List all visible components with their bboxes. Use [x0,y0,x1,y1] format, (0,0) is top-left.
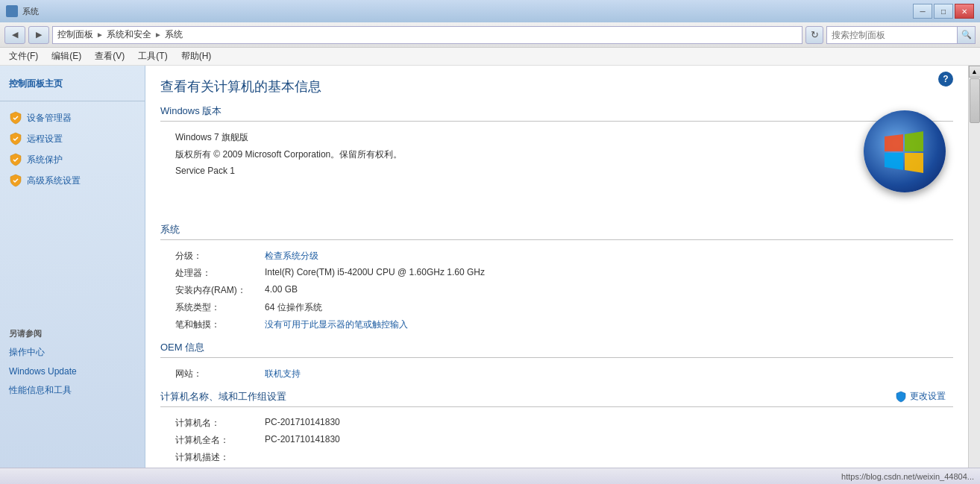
system-row-3: 系统类型： 64 位操作系统 [175,299,953,316]
sidebar-label-action-center: 操作中心 [9,346,45,359]
computer-value-0: PC-201710141830 [265,417,953,427]
system-row-1: 处理器： Intel(R) Core(TM) i5-4200U CPU @ 1.… [175,265,953,282]
scroll-track[interactable] [969,78,980,472]
app-icon [6,5,18,17]
computer-label-1: 计算机全名： [175,434,265,447]
service-pack-value: Service Pack 1 [175,166,953,176]
system-row-0: 分级： 检查系统分级 [175,248,953,265]
shield-settings-icon [895,391,907,403]
shield-icon-2 [9,132,22,145]
system-value-2: 4.00 GB [265,284,953,295]
titlebar-title: 系统 [22,6,39,17]
sidebar-label-system-protection: 系统保护 [27,154,63,166]
sidebar-label-windows-update: Windows Update [9,366,77,377]
system-value-4[interactable]: 没有可用于此显示器的笔或触控输入 [265,318,953,331]
windows-edition-row: Windows 7 旗舰版 [175,129,953,146]
forward-button[interactable]: ▶ [28,26,49,44]
system-value-0[interactable]: 检查系统分级 [265,250,953,263]
refresh-button[interactable]: ↻ [805,26,823,44]
computer-row-2: 计算机描述： [175,449,953,466]
system-label-2: 安装内存(RAM)： [175,284,265,297]
titlebar-left: 系统 [6,5,39,17]
computer-name-section: 计算机名称、域和工作组设置 更改设置 计算机名： PC-201710141830… [160,390,953,466]
logo-circle [864,110,946,192]
sidebar-label-device-manager: 设备管理器 [27,112,72,125]
menu-file[interactable]: 文件(F) [3,48,44,64]
computer-row-0: 计算机名： PC-201710141830 [175,415,953,432]
titlebar-controls: ─ □ ✕ [913,4,974,19]
menubar: 文件(F) 编辑(E) 查看(V) 工具(T) 帮助(H) [0,48,980,66]
menu-edit[interactable]: 编辑(E) [45,48,87,64]
section-line-2 [160,239,953,240]
scroll-up-button[interactable]: ▲ [969,66,981,78]
computer-row-1: 计算机全名： PC-201710141830 [175,432,953,449]
change-settings-link[interactable]: 更改设置 [895,390,946,403]
computer-value-1: PC-201710141830 [265,434,953,444]
breadcrumb-arrow-1: ► [96,31,104,39]
back-button[interactable]: ◀ [4,26,25,44]
sidebar-item-device-manager[interactable]: 设备管理器 [0,107,145,128]
sidebar-label-remote-settings: 远程设置 [27,133,63,145]
system-label-3: 系统类型： [175,301,265,314]
maximize-button[interactable]: □ [934,4,953,19]
system-label-0: 分级： [175,250,265,263]
sidebar-item-system-protection[interactable]: 系统保护 [0,149,145,170]
sidebar-item-action-center[interactable]: 操作中心 [0,342,145,362]
breadcrumb-arrow-2: ► [154,31,162,39]
shield-icon-3 [9,153,22,166]
status-url: https://blog.csdn.net/weixin_44804... [841,472,974,481]
system-value-3: 64 位操作系统 [265,301,953,314]
service-pack-row: Service Pack 1 [175,163,953,178]
breadcrumb-control-panel: 控制面板 [57,28,93,41]
computer-label-2: 计算机描述： [175,451,265,464]
sidebar-item-remote-settings[interactable]: 远程设置 [0,128,145,149]
menu-view[interactable]: 查看(V) [89,48,131,64]
sidebar-also-label: 另请参阅 [0,325,145,342]
sidebar: 控制面板主页 设备管理器 远程设置 系统保护 [0,66,145,484]
change-settings-label: 更改设置 [910,390,946,403]
titlebar: 系统 ─ □ ✕ [0,0,980,22]
scrollbar[interactable]: ▲ ▼ [968,66,980,484]
oem-header: OEM 信息 [160,341,953,354]
windows-copyright-value: 版权所有 © 2009 Microsoft Corporation。保留所有权利… [175,148,953,161]
windows-version-header: Windows 版本 [160,104,953,118]
breadcrumb-system: 系统 [165,28,183,41]
close-button[interactable]: ✕ [955,4,974,19]
windows-logo [864,110,946,192]
minimize-button[interactable]: ─ [913,4,932,19]
search-input[interactable] [827,27,957,43]
section-line-1 [160,121,953,122]
help-button[interactable]: ? [938,72,953,87]
shield-icon-4 [9,174,22,187]
windows-edition-value: Windows 7 旗舰版 [175,131,953,144]
sidebar-label-performance: 性能信息和工具 [9,384,72,397]
win-logo-svg [877,124,933,180]
section-line-3 [160,357,953,358]
shield-icon-1 [9,111,22,125]
section-line-4 [160,406,953,407]
sidebar-item-windows-update[interactable]: Windows Update [0,362,145,380]
sidebar-item-performance[interactable]: 性能信息和工具 [0,380,145,400]
oem-label-0: 网站： [175,368,265,380]
search-box: 🔍 [826,26,976,44]
computer-label-0: 计算机名： [175,417,265,430]
search-button[interactable]: 🔍 [957,27,975,43]
sidebar-divider-1 [0,101,145,101]
breadcrumb-system-security: 系统和安全 [107,28,151,41]
addressbar: ◀ ▶ 控制面板 ► 系统和安全 ► 系统 ↻ 🔍 [0,22,980,48]
sidebar-item-advanced-settings[interactable]: 高级系统设置 [0,170,145,191]
oem-value-0[interactable]: 联机支持 [265,368,953,380]
system-label-1: 处理器： [175,267,265,280]
menu-tools[interactable]: 工具(T) [132,48,173,64]
sidebar-main-link[interactable]: 控制面板主页 [0,73,145,95]
menu-help[interactable]: 帮助(H) [175,48,218,64]
main-layout: 控制面板主页 设备管理器 远程设置 系统保护 [0,66,980,484]
address-path[interactable]: 控制面板 ► 系统和安全 ► 系统 [52,26,802,44]
system-row-2: 安装内存(RAM)： 4.00 GB [175,282,953,299]
system-row-4: 笔和触摸： 没有可用于此显示器的笔或触控输入 [175,316,953,333]
system-label-4: 笔和触摸： [175,318,265,331]
statusbar: https://blog.csdn.net/weixin_44804... [0,468,980,484]
oem-row-0: 网站： 联机支持 [175,365,953,383]
scroll-thumb[interactable] [970,78,980,123]
sidebar-label-advanced-settings: 高级系统设置 [27,175,81,187]
